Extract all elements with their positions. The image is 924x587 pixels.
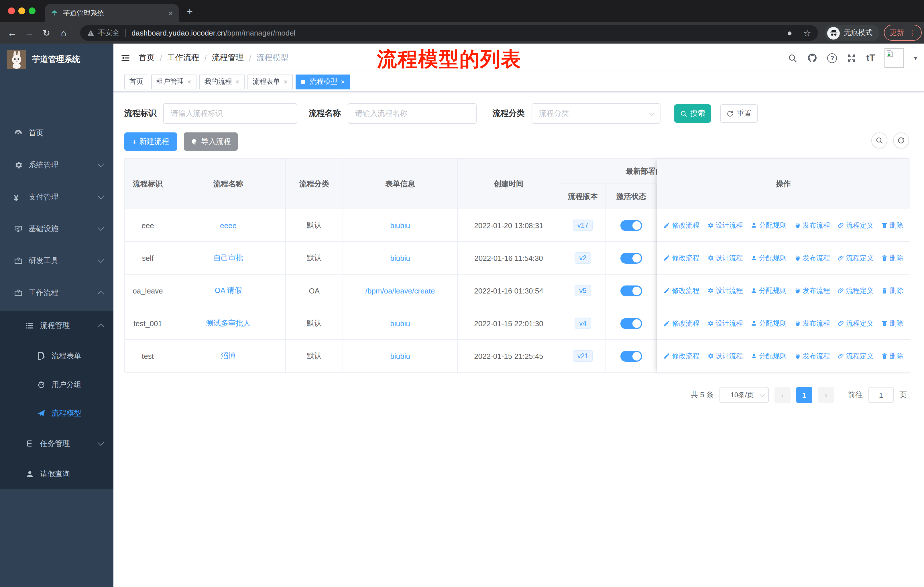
active-toggle[interactable]	[620, 318, 642, 329]
form-info-link[interactable]: biubiu	[390, 319, 410, 327]
design-process-link[interactable]: 设计流程	[707, 253, 743, 263]
reload-icon[interactable]: ↻	[38, 28, 55, 38]
window-minimize-button[interactable]	[18, 7, 25, 14]
new-tab-button[interactable]: +	[187, 6, 193, 18]
breadcrumb-process-management[interactable]: 流程管理	[212, 53, 244, 63]
delete-link[interactable]: 删除	[881, 253, 903, 263]
process-definition-link[interactable]: 流程定义	[838, 286, 874, 296]
tab-close-icon[interactable]: ×	[168, 9, 173, 17]
form-info-link[interactable]: biubiu	[390, 352, 410, 360]
assign-rule-link[interactable]: 分配规则	[751, 318, 787, 328]
prev-page-button[interactable]: ‹	[774, 387, 790, 403]
edit-process-link[interactable]: 修改流程	[663, 253, 700, 263]
security-label[interactable]: 不安全	[98, 28, 119, 38]
tag-tenant[interactable]: 租户管理×	[151, 74, 196, 89]
edit-process-link[interactable]: 修改流程	[663, 220, 700, 230]
publish-process-link[interactable]: 发布流程	[794, 286, 830, 296]
tag-close-icon[interactable]: ×	[236, 78, 239, 86]
toggle-search-button[interactable]	[871, 132, 887, 149]
browser-tab[interactable]: 芋道管理系统 ×	[45, 4, 179, 22]
sidebar-item-process-form[interactable]: 流程表单	[0, 342, 114, 370]
reset-button[interactable]: 重置	[720, 104, 758, 123]
refresh-table-button[interactable]	[893, 132, 909, 149]
header-search-icon[interactable]	[788, 53, 798, 63]
publish-process-link[interactable]: 发布流程	[794, 253, 830, 263]
publish-process-link[interactable]: 发布流程	[794, 318, 830, 328]
publish-process-link[interactable]: 发布流程	[794, 351, 830, 361]
process-name-link[interactable]: eeee	[220, 221, 237, 230]
assign-rule-link[interactable]: 分配规则	[751, 351, 787, 361]
forward-icon[interactable]: →	[21, 28, 38, 38]
process-definition-link[interactable]: 流程定义	[838, 318, 874, 328]
import-process-button[interactable]: 导入流程	[184, 132, 238, 151]
process-definition-link[interactable]: 流程定义	[838, 351, 874, 361]
active-toggle[interactable]	[620, 351, 642, 361]
avatar[interactable]	[885, 48, 904, 68]
help-icon[interactable]: ?	[827, 53, 837, 63]
update-label[interactable]: 更新	[889, 28, 904, 38]
assign-rule-link[interactable]: 分配规则	[751, 253, 787, 263]
browser-menu-icon[interactable]: ⋮	[909, 28, 916, 37]
window-close-button[interactable]	[8, 7, 15, 14]
process-name-input[interactable]: 请输入流程名称	[348, 103, 477, 124]
sidebar-item-process-model[interactable]: 流程模型	[0, 399, 114, 428]
process-name-link[interactable]: OA 请假	[214, 286, 242, 296]
assign-rule-link[interactable]: 分配规则	[751, 220, 787, 230]
process-definition-link[interactable]: 流程定义	[838, 220, 874, 230]
sidebar-item-dev-tools[interactable]: 研发工具	[0, 246, 114, 275]
active-toggle[interactable]	[620, 285, 642, 296]
address-bar[interactable]: 不安全 dashboard.yudao.iocoder.cn/bpm/manag…	[80, 25, 818, 41]
sidebar-item-leave-query[interactable]: 请假查询	[0, 460, 114, 488]
delete-link[interactable]: 删除	[881, 220, 903, 230]
sidebar-item-task-management[interactable]: 任务管理	[0, 429, 114, 458]
design-process-link[interactable]: 设计流程	[707, 351, 743, 361]
form-info-link[interactable]: biubiu	[390, 221, 410, 230]
assign-rule-link[interactable]: 分配规则	[751, 286, 787, 296]
tag-close-icon[interactable]: ×	[341, 78, 345, 86]
github-icon[interactable]	[807, 53, 818, 63]
active-toggle[interactable]	[620, 253, 642, 263]
active-toggle[interactable]	[620, 220, 642, 231]
form-info-link[interactable]: /bpm/oa/leave/create	[365, 286, 435, 295]
design-process-link[interactable]: 设计流程	[707, 220, 743, 230]
delete-link[interactable]: 删除	[881, 318, 903, 328]
delete-link[interactable]: 删除	[881, 351, 903, 361]
bookmark-star-icon[interactable]: ☆	[804, 28, 811, 38]
window-maximize-button[interactable]	[29, 7, 36, 14]
next-page-button[interactable]: ›	[818, 387, 834, 403]
tag-my-process[interactable]: 我的流程×	[200, 74, 244, 89]
fullscreen-icon[interactable]	[847, 53, 857, 63]
page-size-select[interactable]: 10条/页	[719, 387, 769, 403]
tag-close-icon[interactable]: ×	[284, 78, 287, 86]
process-key-input[interactable]: 请输入流程标识	[163, 103, 297, 124]
home-icon[interactable]: ⌂	[55, 28, 72, 38]
goto-page-input[interactable]	[868, 387, 894, 403]
process-name-link[interactable]: 测试多审批人	[206, 318, 251, 329]
sidebar-item-user-group[interactable]: 用户分组	[0, 370, 114, 399]
sidebar-item-process-management[interactable]: 流程管理	[0, 311, 114, 340]
sidebar-item-payment[interactable]: ¥ 支付管理	[0, 183, 114, 212]
font-size-icon[interactable]: tT	[866, 53, 875, 63]
tag-process-form[interactable]: 流程表单×	[248, 74, 293, 89]
design-process-link[interactable]: 设计流程	[707, 286, 743, 296]
process-category-select[interactable]: 流程分类	[531, 103, 660, 124]
create-process-button[interactable]: + 新建流程	[124, 132, 177, 151]
avatar-caret-icon[interactable]: ▾	[914, 54, 917, 62]
back-icon[interactable]: ←	[3, 28, 21, 38]
app-logo[interactable]: 芋道管理系统	[0, 43, 114, 76]
edit-process-link[interactable]: 修改流程	[663, 318, 700, 328]
browser-update-button[interactable]: 更新 ⋮	[884, 25, 921, 41]
delete-link[interactable]: 删除	[881, 286, 903, 296]
publish-process-link[interactable]: 发布流程	[794, 220, 830, 230]
edit-process-link[interactable]: 修改流程	[663, 286, 700, 296]
process-name-link[interactable]: 滔博	[221, 351, 236, 361]
tag-close-icon[interactable]: ×	[187, 78, 191, 86]
form-info-link[interactable]: biubiu	[390, 254, 410, 262]
sidebar-fold-icon[interactable]	[120, 53, 130, 63]
search-button[interactable]: 搜索	[674, 104, 711, 123]
design-process-link[interactable]: 设计流程	[707, 318, 743, 328]
process-definition-link[interactable]: 流程定义	[838, 253, 874, 263]
sidebar-item-system[interactable]: 系统管理	[0, 151, 114, 179]
edit-process-link[interactable]: 修改流程	[663, 351, 700, 361]
sidebar-item-home[interactable]: 首页	[0, 119, 114, 147]
